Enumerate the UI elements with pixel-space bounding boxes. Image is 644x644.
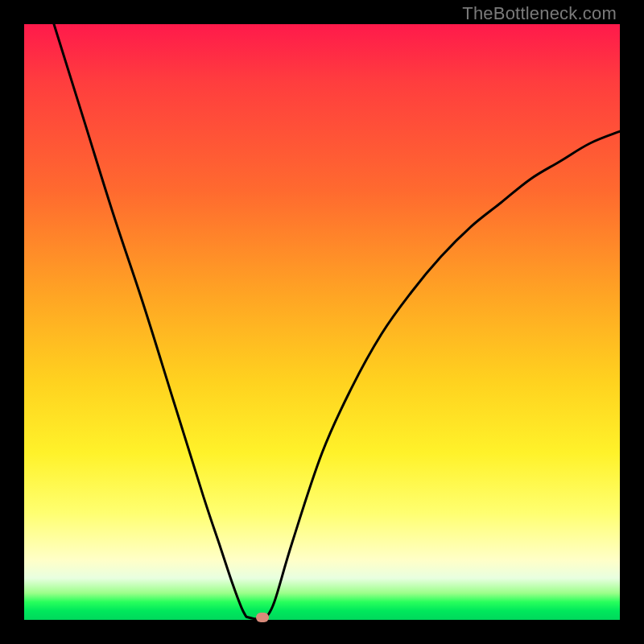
optimum-marker [256, 613, 269, 622]
chart-frame: TheBottleneck.com [0, 0, 644, 644]
bottleneck-curve [24, 24, 620, 620]
plot-area [24, 24, 620, 620]
attribution-text: TheBottleneck.com [462, 3, 617, 24]
